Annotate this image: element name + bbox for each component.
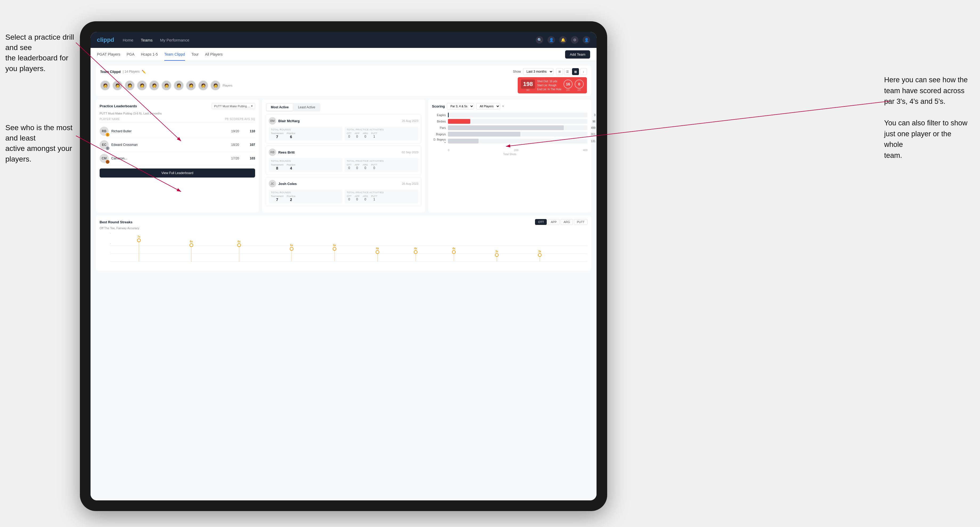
bar-track-pars: 499 xyxy=(448,125,587,130)
activity-stats-3: Total Rounds Tournament 7 Practice 2 xyxy=(269,189,418,203)
scoring-filter1[interactable]: Par 3, 4 & 5s xyxy=(447,103,474,110)
activity-card-header-2: RB Rees Britt 02 Sep 2023 xyxy=(269,149,418,156)
bar-label-eagles: Eagles xyxy=(432,113,446,117)
subnav: PGAT Players PGA Hcaps 1-5 Team Clippd T… xyxy=(91,48,597,61)
team-name: Team Clippd xyxy=(100,70,121,74)
player-avatar-3[interactable]: CM 3 xyxy=(100,154,109,163)
period-select[interactable]: Last 3 months xyxy=(523,68,554,75)
tab-all-players[interactable]: All Players xyxy=(205,48,223,61)
bar-val-dbogeys: 131 xyxy=(591,140,595,143)
nav-link-myperformance[interactable]: My Performance xyxy=(160,37,189,43)
streak-filter-arg[interactable]: ARG xyxy=(561,219,573,225)
avatar-7[interactable]: 🧑 xyxy=(173,80,184,90)
team-header-left: Team Clippd | 14 Players ✏️ xyxy=(100,70,146,74)
activity-date-1: 26 Aug 2023 xyxy=(402,119,418,122)
streak-filter-app[interactable]: APP xyxy=(548,219,560,225)
total-rounds-label: Total Rounds xyxy=(271,128,340,131)
activity-panel: Most Active Least Active BM Blair McHarg… xyxy=(262,99,425,212)
svg-point-13 xyxy=(290,247,293,251)
scoring-filter2[interactable]: All Players xyxy=(476,103,500,110)
activity-name-3: Josh Coles xyxy=(278,182,297,186)
view-grid-btn[interactable]: ⊞ xyxy=(556,68,563,75)
tab-team-clippd[interactable]: Team Clippd xyxy=(164,48,185,61)
avatar-4[interactable]: 🧑 xyxy=(137,80,147,90)
avatar-10[interactable]: 🧑 xyxy=(210,80,221,90)
edit-icon[interactable]: ✏️ xyxy=(142,70,146,74)
activity-panel-header: Most Active Least Active xyxy=(266,103,421,111)
bar-val-bogeys: 311 xyxy=(591,133,595,136)
view-full-leaderboard-button[interactable]: View Full Leaderboard xyxy=(100,168,255,178)
avatar-6[interactable]: 🧑 xyxy=(161,80,172,90)
avatar-3[interactable]: 🧑 xyxy=(125,80,135,90)
ipad-screen: clippd Home Teams My Performance 🔍 👤 🔔 ⚙… xyxy=(91,32,597,500)
player-avg-2: 107 xyxy=(245,143,255,147)
total-practice-group: Total Practice Activities OTT 0 APP 0 xyxy=(345,127,418,141)
main-content: Team Clippd | 14 Players ✏️ Show Last 3 … xyxy=(91,61,597,500)
leaderboard-dropdown[interactable]: PUTT Must Make Putting ... ▾ xyxy=(212,103,255,109)
user-icon[interactable]: 👤 xyxy=(547,36,555,44)
view-sort-btn[interactable]: ↕ xyxy=(580,68,587,75)
player-avg-1: 110 xyxy=(245,129,255,133)
streak-subtitle: Off The Tee, Fairway Accuracy xyxy=(100,227,587,230)
avatar-icon[interactable]: 👤 xyxy=(583,36,590,44)
view-list-btn[interactable]: ☰ xyxy=(564,68,571,75)
rounds-values: Tournament 7 Practice 6 xyxy=(271,132,340,139)
practice-col: Practice 6 xyxy=(287,132,296,139)
arg-col: ARG 0 xyxy=(363,132,368,138)
player-score-2: 18/20 xyxy=(229,143,242,147)
avatar-1[interactable]: 🧑 xyxy=(100,80,110,90)
bar-row-pars: Pars 499 xyxy=(432,125,587,130)
avatar-9[interactable]: 🧑 xyxy=(198,80,208,90)
avatar-2[interactable]: 🧑 xyxy=(112,80,123,90)
bar-row-birdies: Birdies 96 xyxy=(432,119,587,124)
bell-icon[interactable]: 🔔 xyxy=(559,36,567,44)
bar-label-birdies: Birdies xyxy=(432,120,446,123)
bar-track-birdies: 96 xyxy=(448,119,587,124)
total-practice-label: Total Practice Activities xyxy=(347,128,416,131)
bar-row-bogeys: Bogeys 311 xyxy=(432,132,587,137)
ipad-frame: clippd Home Teams My Performance 🔍 👤 🔔 ⚙… xyxy=(80,21,607,511)
team-header-top: Team Clippd | 14 Players ✏️ Show Last 3 … xyxy=(100,68,587,75)
svg-text:5x: 5x xyxy=(333,244,336,247)
activity-avatar-1[interactable]: BM xyxy=(269,117,276,125)
search-icon[interactable]: 🔍 xyxy=(536,36,543,44)
svg-point-7 xyxy=(190,243,193,247)
least-active-tab[interactable]: Least Active xyxy=(294,104,320,111)
activity-avatar-3[interactable]: JC xyxy=(269,180,276,187)
activity-name-2: Rees Britt xyxy=(278,151,294,154)
svg-text:4x: 4x xyxy=(414,247,417,250)
svg-text:7x: 7x xyxy=(137,235,141,238)
avatar-8[interactable]: 🧑 xyxy=(186,80,196,90)
team-count: | 14 Players xyxy=(123,70,140,73)
player-name-2: Edward Crossman xyxy=(111,143,226,147)
view-card-btn[interactable]: ▦ xyxy=(572,68,579,75)
score-card: 198 SC Shot Dist: 16 yds Start Lie: Roug… xyxy=(518,77,587,94)
player-avatar-2[interactable]: EC 2 xyxy=(100,140,109,149)
streak-filter-putt[interactable]: PUTT xyxy=(574,219,587,225)
settings-icon[interactable]: ⚙ xyxy=(571,36,578,44)
tab-tour[interactable]: Tour xyxy=(191,48,199,61)
tab-pga[interactable]: PGA xyxy=(126,48,135,61)
activity-avatar-2[interactable]: RB xyxy=(269,149,276,156)
list-item: RB Rees Britt 02 Sep 2023 Total Rounds T… xyxy=(266,146,421,175)
svg-text:6x: 6x xyxy=(237,240,241,243)
svg-point-25 xyxy=(452,251,455,254)
streak-title: Best Round Streaks xyxy=(100,220,133,224)
player-avatar-1[interactable]: RB 1 xyxy=(100,127,109,136)
activity-date-2: 02 Sep 2023 xyxy=(402,151,418,154)
bar-track-dbogeys: 131 xyxy=(448,139,587,143)
nav-link-teams[interactable]: Teams xyxy=(141,37,153,43)
most-active-tab[interactable]: Most Active xyxy=(267,104,293,111)
avatar-5[interactable]: 🧑 xyxy=(149,80,159,90)
streak-filter-ott[interactable]: OTT xyxy=(535,219,547,225)
activity-stats-1: Total Rounds Tournament 7 Practice 6 xyxy=(269,127,418,141)
player-avg-3: 103 xyxy=(245,157,255,160)
list-item: BM Blair McHarg 26 Aug 2023 Total Rounds… xyxy=(266,114,421,143)
tab-hcaps[interactable]: Hcaps 1-5 xyxy=(141,48,158,61)
scoring-expand[interactable]: ▾ xyxy=(502,104,504,108)
tab-pgat-players[interactable]: PGAT Players xyxy=(97,48,120,61)
three-col-grid: Practice Leaderboards PUTT Must Make Put… xyxy=(96,99,591,212)
streak-chart: 7x 6x 6x 5x xyxy=(110,232,587,267)
add-team-button[interactable]: Add Team xyxy=(565,50,590,59)
nav-link-home[interactable]: Home xyxy=(123,37,134,43)
